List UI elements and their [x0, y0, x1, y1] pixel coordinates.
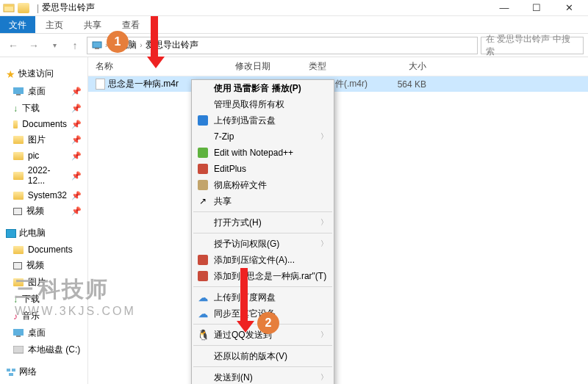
address-bar[interactable]: › 此电脑 › 爱思导出铃声 [87, 37, 478, 54]
baidu-cloud-icon: ☁ [198, 308, 208, 319]
sidebar-quick-item[interactable]: System32📌 [3, 188, 85, 203]
video-icon [13, 262, 22, 269]
sidebar-quick-item[interactable]: Documents📌 [3, 117, 85, 131]
folder-icon [18, 3, 29, 13]
sidebar-pc-item[interactable]: 视频 [3, 257, 85, 274]
xunlei-icon [198, 115, 208, 126]
sidebar-network-header[interactable]: 网络 [6, 366, 85, 378]
pin-icon: 📌 [71, 206, 82, 216]
file-icon [96, 79, 105, 90]
submenu-arrow-icon: 〉 [320, 330, 328, 340]
menu-separator [193, 233, 332, 233]
archive-icon [198, 271, 208, 281]
context-menu-item[interactable]: Edit with Notepad++ [192, 145, 334, 161]
context-menu-item[interactable]: 上传到迅雷云盘 [192, 112, 334, 128]
ribbon: 文件 主页 共享 查看 [0, 16, 588, 34]
context-menu-item[interactable]: 还原以前的版本(V) [192, 348, 334, 364]
archive-icon [198, 255, 208, 265]
submenu-arrow-icon: 〉 [320, 131, 328, 142]
annotation-badge-2: 2 [257, 312, 279, 334]
svg-rect-2 [93, 42, 101, 48]
context-menu-item[interactable]: 授予访问权限(G) 〉 [192, 236, 334, 252]
sidebar-pc-item[interactable]: Documents [3, 242, 85, 257]
disk-icon [13, 346, 24, 354]
col-size[interactable]: 大小 [375, 60, 426, 73]
baidu-cloud-icon: ☁ [198, 292, 208, 303]
sidebar-quick-item[interactable]: 桌面📌 [3, 83, 85, 100]
context-menu-item[interactable]: 彻底粉碎文件 [192, 177, 334, 193]
sidebar-quick-item[interactable]: 图片📌 [3, 131, 85, 148]
folder-icon [13, 246, 24, 254]
svg-rect-3 [95, 48, 99, 49]
sidebar-quick-item[interactable]: ↓下载📌 [3, 100, 85, 117]
file-row-selected[interactable]: 思念是一种病.m4r 2022/9/20... 媒体文件(.m4r) 564 K… [88, 76, 588, 92]
network-icon [6, 368, 16, 377]
context-menu-item[interactable]: 使用 迅雷影音 播放(P) [192, 80, 334, 96]
context-menu-item[interactable]: EditPlus [192, 161, 334, 177]
navigation-sidebar: ★ 快速访问 桌面📌↓下载📌Documents📌图片📌pic📌2022-12..… [0, 57, 88, 384]
search-input[interactable]: 在 爱思导出铃声 中搜索 [481, 37, 584, 54]
context-menu-item[interactable]: 管理员取得所有权 [192, 96, 334, 112]
file-name: 思念是一种病.m4r [108, 78, 179, 90]
desktop-icon [13, 87, 24, 95]
context-menu-item[interactable]: 添加到 "思念是一种病.rar"(T) [192, 268, 334, 284]
close-button[interactable]: ✕ [553, 0, 585, 16]
col-date[interactable]: 修改日期 [235, 60, 309, 73]
nav-up-button[interactable]: ↑ [66, 37, 84, 54]
pc-icon [6, 229, 16, 238]
file-list-area: 名称 修改日期 类型 大小 思念是一种病.m4r 2022/9/20... 媒体… [88, 57, 588, 384]
notepadpp-icon [198, 148, 208, 158]
context-menu-item[interactable]: 发送到(N) 〉 [192, 369, 334, 384]
sidebar-pc-item[interactable]: 桌面 [3, 325, 85, 341]
window-titlebar: | 爱思导出铃声 — ☐ ✕ [0, 0, 588, 16]
nav-forward-button[interactable]: → [25, 37, 43, 54]
explorer-icon [3, 2, 15, 14]
sidebar-quick-item[interactable]: 视频📌 [3, 203, 85, 220]
download-icon: ↓ [13, 104, 18, 114]
pc-crumb-icon [92, 41, 102, 50]
ribbon-file-tab[interactable]: 文件 [0, 16, 35, 33]
context-menu-item[interactable]: ↗ 共享 [192, 193, 334, 209]
sidebar-quick-item[interactable]: 2022-12...📌 [3, 163, 85, 188]
submenu-arrow-icon: 〉 [320, 372, 328, 383]
context-menu-item[interactable]: 打开方式(H) 〉 [192, 214, 334, 231]
sidebar-quick-item[interactable]: pic📌 [3, 148, 85, 163]
col-name[interactable]: 名称 [96, 60, 235, 73]
file-size: 564 KB [375, 79, 426, 90]
folder-icon [13, 120, 18, 128]
context-menu-item[interactable]: 7-Zip 〉 [192, 128, 334, 145]
share-icon: ↗ [199, 196, 207, 206]
shred-icon [198, 180, 208, 190]
ribbon-tab-home[interactable]: 主页 [35, 16, 74, 33]
menu-separator [193, 345, 332, 346]
minimize-button[interactable]: — [488, 0, 520, 16]
watermark: 三科技师 WWW.3KJS.COM [15, 275, 136, 318]
qq-icon: 🐧 [197, 329, 209, 341]
sidebar-thispc-header[interactable]: 此电脑 [6, 227, 85, 239]
desktop-icon [13, 329, 24, 337]
submenu-arrow-icon: 〉 [320, 217, 328, 228]
nav-history-button[interactable]: ▾ [46, 37, 63, 54]
sidebar-quick-access-header[interactable]: ★ 快速访问 [6, 68, 85, 80]
breadcrumb-2[interactable]: 爱思导出铃声 [146, 39, 198, 51]
col-type[interactable]: 类型 [309, 60, 375, 73]
pin-icon: 📌 [71, 135, 82, 145]
folder-icon [13, 152, 24, 160]
pin-icon: 📌 [71, 104, 82, 113]
maximize-button[interactable]: ☐ [520, 0, 553, 16]
context-menu: 使用 迅雷影音 播放(P) 管理员取得所有权 上传到迅雷云盘 7-Zip 〉 E… [191, 79, 334, 384]
svg-rect-9 [7, 369, 10, 372]
folder-icon [13, 192, 24, 200]
context-menu-item[interactable]: ☁ 上传到百度网盘 [192, 289, 334, 305]
ribbon-tab-share[interactable]: 共享 [74, 16, 112, 33]
archive-icon [198, 164, 208, 174]
address-bar-row: ← → ▾ ↑ › 此电脑 › 爱思导出铃声 在 爱思导出铃声 中搜索 [0, 34, 588, 57]
menu-separator [193, 366, 332, 367]
submenu-arrow-icon: 〉 [320, 239, 328, 249]
context-menu-item[interactable]: 添加到压缩文件(A)... [192, 252, 334, 268]
column-headers: 名称 修改日期 类型 大小 [88, 57, 588, 76]
svg-rect-6 [13, 329, 24, 336]
nav-back-button[interactable]: ← [4, 37, 22, 54]
sidebar-pc-item[interactable]: 本地磁盘 (C:) [3, 341, 85, 358]
pin-icon: 📌 [71, 151, 82, 161]
